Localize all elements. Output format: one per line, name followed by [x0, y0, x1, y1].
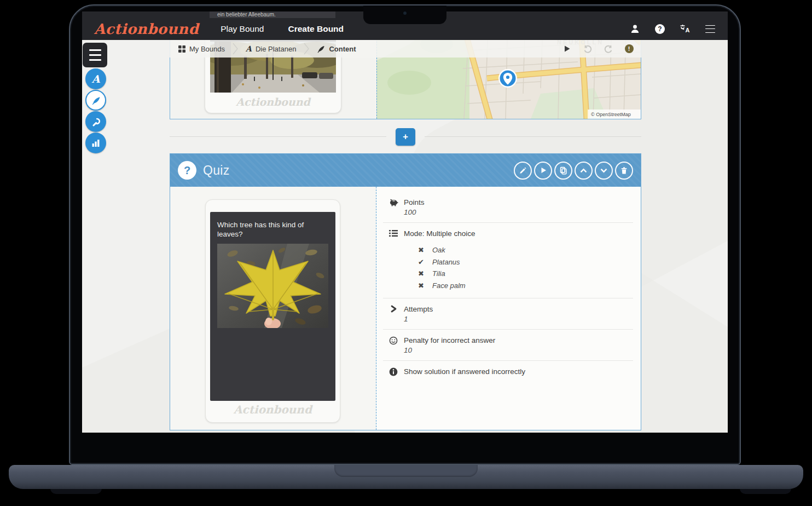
wrong-answer-icon: ✖ [418, 281, 432, 290]
actionbound-logo[interactable]: Actionbound [94, 21, 199, 37]
chevron-right-icon [390, 305, 397, 313]
answer-text: Oak [432, 246, 445, 254]
divider-line [170, 136, 386, 137]
edit-button[interactable] [514, 162, 532, 180]
penalty-value: 10 [404, 346, 633, 355]
points-label: Points [404, 198, 633, 207]
feather-icon [317, 45, 325, 53]
play-icon [540, 166, 547, 174]
quiz-type-icon: ? [178, 161, 196, 180]
attempts-value: 1 [404, 315, 633, 324]
nav-create-bound[interactable]: Create Bound [288, 24, 344, 34]
exclamation-icon: ! [625, 44, 634, 53]
quiz-card: ? Quiz [170, 153, 641, 430]
sidebar-menu-button[interactable] [83, 43, 107, 67]
bar-chart-icon [91, 139, 100, 147]
points-value: 100 [404, 208, 633, 217]
answer-text: Face palm [432, 281, 466, 290]
copy-icon [559, 166, 567, 175]
solution-row: Show solution if answered incorrectly [383, 361, 633, 382]
laptop-base [9, 465, 803, 489]
pencil-icon [519, 166, 527, 175]
translate-icon: A [680, 24, 691, 33]
menu-button[interactable] [705, 24, 716, 34]
quiz-card-header: ? Quiz [170, 154, 641, 187]
divider-line [425, 136, 641, 137]
hamburger-icon [705, 25, 715, 26]
phone-screen: Which tree has this kind of leaves? [210, 212, 335, 401]
test-play-button[interactable] [534, 162, 552, 180]
attempts-row: Attempts 1 [383, 298, 633, 330]
hamburger-icon [89, 49, 101, 51]
sidebar-settings-button[interactable] [85, 111, 106, 132]
sidebar-stats-button[interactable] [85, 133, 106, 153]
webcam-dot [403, 12, 407, 15]
penalty-row: Penalty for incorrect answer 10 [383, 330, 633, 361]
account-button[interactable] [629, 24, 640, 34]
play-icon [563, 45, 571, 53]
answer-text: Tilia [432, 269, 445, 278]
breadcrumb-my-bounds[interactable]: My Bounds [178, 45, 225, 53]
actionbound-watermark: Actionbound [206, 403, 340, 416]
solution-label: Show solution if answered incorrectly [404, 367, 633, 376]
chevron-down-icon [600, 166, 608, 175]
map-pin-icon [498, 69, 517, 88]
wrench-icon [91, 117, 101, 127]
warning-info-button[interactable]: ! [624, 44, 634, 54]
nav-play-bound[interactable]: Play Bound [221, 24, 264, 34]
breadcrumb-separator [233, 43, 238, 55]
answer-option: ✔ Platanus [418, 256, 633, 268]
actionbound-watermark: Actionbound [205, 96, 341, 108]
language-button[interactable]: A [680, 24, 691, 34]
breadcrumb: My Bounds A Die Platanen Content [170, 40, 641, 58]
attempts-label: Attempts [404, 304, 633, 314]
duplicate-button[interactable] [554, 162, 572, 180]
move-up-button[interactable] [575, 162, 593, 180]
question-mark-icon: ? [655, 24, 665, 34]
quiz-title: Quiz [203, 163, 230, 178]
redo-icon [604, 45, 613, 53]
breadcrumb-content[interactable]: Content [317, 45, 356, 53]
move-down-button[interactable] [595, 162, 613, 180]
correct-answer-icon: ✔ [418, 258, 432, 266]
info-icon [389, 367, 398, 376]
bound-icon: A [246, 44, 252, 53]
camera-notch [363, 5, 446, 24]
mode-row: Mode: Multiple choice ✖ Oak ✔ [383, 223, 633, 298]
breadcrumb-separator [304, 43, 309, 55]
undo-button[interactable] [583, 44, 592, 54]
piggy-bank-icon [389, 198, 398, 206]
list-icon [389, 229, 398, 237]
scrolled-content-fragment: ein beliebter Alleebaum. [210, 12, 335, 18]
svg-text:A: A [686, 27, 690, 33]
answer-options: ✖ Oak ✔ Platanus ✖ [418, 244, 633, 291]
sidebar-bound-button[interactable]: A [85, 68, 106, 89]
bound-a-icon: A [92, 73, 100, 85]
help-button[interactable]: ? [654, 24, 665, 34]
undo-icon [583, 45, 592, 53]
app-screen: Actionbound [82, 12, 728, 433]
preview-play-button[interactable] [562, 44, 571, 54]
quiz-question-text: Which tree has this kind of leaves? [210, 212, 335, 239]
svg-text:© OpenStreetMap: © OpenStreetMap [591, 112, 631, 117]
laptop-mockup: Actionbound [0, 0, 812, 506]
user-icon [630, 24, 640, 33]
points-row: Points 100 [383, 187, 633, 223]
delete-button[interactable] [615, 162, 633, 180]
mode-label: Mode: Multiple choice [404, 229, 633, 238]
add-element-row: + [170, 128, 641, 146]
chevron-up-icon [579, 166, 588, 175]
leaf-photo [217, 244, 328, 328]
answer-text: Platanus [432, 258, 460, 266]
redo-button[interactable] [604, 44, 613, 54]
quiz-preview-panel: Which tree has this kind of leaves? [170, 187, 376, 430]
wrong-answer-icon: ✖ [418, 246, 432, 254]
add-element-button[interactable]: + [396, 128, 415, 146]
quiz-settings-panel: Points 100 [376, 187, 641, 430]
breadcrumb-bound[interactable]: A Die Platanen [246, 44, 296, 53]
answer-option: ✖ Tilia [418, 268, 633, 280]
sidebar-content-button[interactable] [85, 90, 106, 111]
answer-option: ✖ Face palm [418, 280, 633, 292]
penalty-label: Penalty for incorrect answer [404, 336, 633, 345]
phone-preview-quiz: Which tree has this kind of leaves? [205, 199, 340, 423]
